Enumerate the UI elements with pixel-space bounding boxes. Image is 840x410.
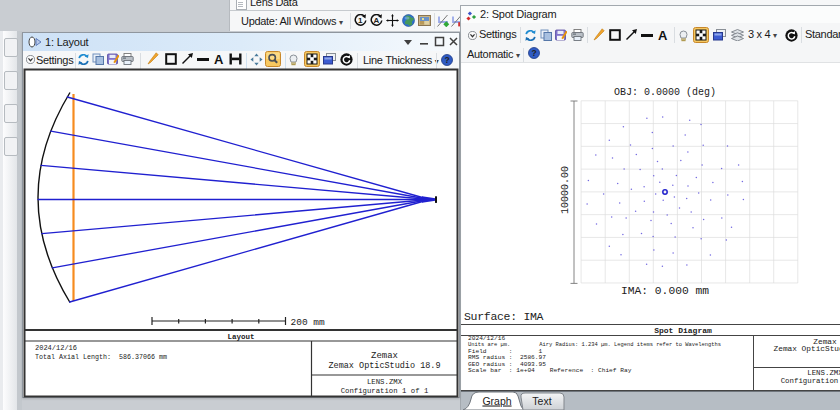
svg-text:Graph: Graph bbox=[482, 395, 511, 407]
svg-text:200 mm: 200 mm bbox=[291, 317, 326, 328]
svg-text:IMA: 0.000 mm: IMA: 0.000 mm bbox=[621, 285, 709, 297]
svg-text:Total Axial Length: 586.37066: Total Axial Length: 586.37066 mm bbox=[35, 353, 167, 361]
svg-text:Text: Text bbox=[532, 395, 551, 407]
svg-text:A: A bbox=[373, 16, 379, 25]
svg-text:Configuration 1 of 1: Configuration 1 of 1 bbox=[341, 387, 429, 395]
svg-text:Zemax: Zemax bbox=[371, 351, 398, 361]
svg-text:Zemax OpticStudio 18.9: Zemax OpticStudio 18.9 bbox=[329, 361, 441, 371]
svg-text:Zemax OpticStudio 18.9: Zemax OpticStudio 18.9 bbox=[774, 345, 840, 353]
svg-text:2024/12/16: 2024/12/16 bbox=[35, 344, 77, 352]
svg-text:Configuration 1 of 1: Configuration 1 of 1 bbox=[781, 377, 840, 385]
svg-text:10000.00: 10000.00 bbox=[560, 166, 571, 214]
svg-text:OBJ: 0.0000 (deg): OBJ: 0.0000 (deg) bbox=[614, 86, 716, 98]
svg-text:Scale bar : 1e+04 Referenc: Scale bar : 1e+04 Reference : Chief Ray bbox=[468, 367, 632, 374]
svg-text:LENS.ZMX: LENS.ZMX bbox=[367, 378, 403, 386]
svg-text:Surface: IMA: Surface: IMA bbox=[464, 310, 544, 323]
svg-text:1: 1 bbox=[358, 16, 363, 25]
svg-text:Layout: Layout bbox=[227, 333, 254, 341]
svg-text:Spot Diagram: Spot Diagram bbox=[654, 326, 712, 335]
